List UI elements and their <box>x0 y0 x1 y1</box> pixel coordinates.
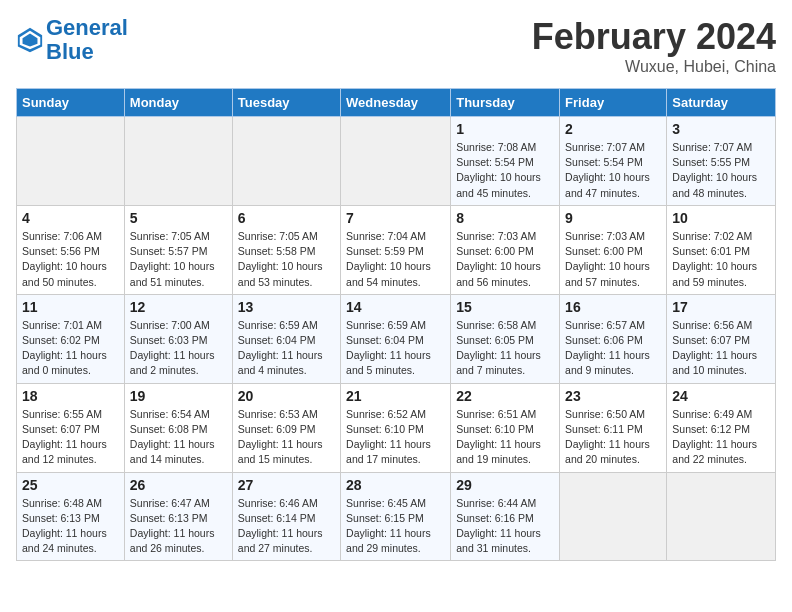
day-info: Sunrise: 7:07 AM Sunset: 5:54 PM Dayligh… <box>565 140 661 201</box>
day-info: Sunrise: 6:44 AM Sunset: 6:16 PM Dayligh… <box>456 496 554 557</box>
calendar-cell: 12Sunrise: 7:00 AM Sunset: 6:03 PM Dayli… <box>124 294 232 383</box>
calendar-table: SundayMondayTuesdayWednesdayThursdayFrid… <box>16 88 776 561</box>
calendar-cell <box>667 472 776 561</box>
day-info: Sunrise: 6:46 AM Sunset: 6:14 PM Dayligh… <box>238 496 335 557</box>
day-number: 20 <box>238 388 335 404</box>
day-number: 17 <box>672 299 770 315</box>
calendar-cell: 29Sunrise: 6:44 AM Sunset: 6:16 PM Dayli… <box>451 472 560 561</box>
calendar-cell: 1Sunrise: 7:08 AM Sunset: 5:54 PM Daylig… <box>451 117 560 206</box>
calendar-cell: 9Sunrise: 7:03 AM Sunset: 6:00 PM Daylig… <box>560 205 667 294</box>
day-number: 25 <box>22 477 119 493</box>
page-header: GeneralBlue February 2024 Wuxue, Hubei, … <box>16 16 776 76</box>
day-info: Sunrise: 6:57 AM Sunset: 6:06 PM Dayligh… <box>565 318 661 379</box>
day-number: 27 <box>238 477 335 493</box>
day-info: Sunrise: 6:52 AM Sunset: 6:10 PM Dayligh… <box>346 407 445 468</box>
day-number: 1 <box>456 121 554 137</box>
calendar-week-1: 1Sunrise: 7:08 AM Sunset: 5:54 PM Daylig… <box>17 117 776 206</box>
day-number: 5 <box>130 210 227 226</box>
day-info: Sunrise: 7:04 AM Sunset: 5:59 PM Dayligh… <box>346 229 445 290</box>
calendar-header: SundayMondayTuesdayWednesdayThursdayFrid… <box>17 89 776 117</box>
day-info: Sunrise: 6:55 AM Sunset: 6:07 PM Dayligh… <box>22 407 119 468</box>
calendar-cell: 19Sunrise: 6:54 AM Sunset: 6:08 PM Dayli… <box>124 383 232 472</box>
weekday-sunday: Sunday <box>17 89 125 117</box>
day-number: 10 <box>672 210 770 226</box>
calendar-cell: 7Sunrise: 7:04 AM Sunset: 5:59 PM Daylig… <box>341 205 451 294</box>
calendar-cell: 17Sunrise: 6:56 AM Sunset: 6:07 PM Dayli… <box>667 294 776 383</box>
calendar-cell <box>17 117 125 206</box>
day-number: 22 <box>456 388 554 404</box>
calendar-cell <box>232 117 340 206</box>
day-info: Sunrise: 6:58 AM Sunset: 6:05 PM Dayligh… <box>456 318 554 379</box>
day-info: Sunrise: 7:03 AM Sunset: 6:00 PM Dayligh… <box>456 229 554 290</box>
calendar-title: February 2024 <box>532 16 776 58</box>
day-number: 3 <box>672 121 770 137</box>
logo-text: GeneralBlue <box>46 16 128 64</box>
day-number: 23 <box>565 388 661 404</box>
day-number: 2 <box>565 121 661 137</box>
calendar-cell: 5Sunrise: 7:05 AM Sunset: 5:57 PM Daylig… <box>124 205 232 294</box>
day-number: 14 <box>346 299 445 315</box>
calendar-location: Wuxue, Hubei, China <box>532 58 776 76</box>
weekday-wednesday: Wednesday <box>341 89 451 117</box>
day-number: 19 <box>130 388 227 404</box>
calendar-cell: 21Sunrise: 6:52 AM Sunset: 6:10 PM Dayli… <box>341 383 451 472</box>
calendar-cell: 27Sunrise: 6:46 AM Sunset: 6:14 PM Dayli… <box>232 472 340 561</box>
day-number: 8 <box>456 210 554 226</box>
day-info: Sunrise: 6:53 AM Sunset: 6:09 PM Dayligh… <box>238 407 335 468</box>
day-number: 29 <box>456 477 554 493</box>
day-number: 7 <box>346 210 445 226</box>
logo-icon <box>16 26 44 54</box>
calendar-cell <box>560 472 667 561</box>
calendar-cell: 11Sunrise: 7:01 AM Sunset: 6:02 PM Dayli… <box>17 294 125 383</box>
day-info: Sunrise: 6:48 AM Sunset: 6:13 PM Dayligh… <box>22 496 119 557</box>
day-info: Sunrise: 7:07 AM Sunset: 5:55 PM Dayligh… <box>672 140 770 201</box>
day-info: Sunrise: 6:59 AM Sunset: 6:04 PM Dayligh… <box>346 318 445 379</box>
day-info: Sunrise: 6:49 AM Sunset: 6:12 PM Dayligh… <box>672 407 770 468</box>
day-number: 15 <box>456 299 554 315</box>
day-number: 11 <box>22 299 119 315</box>
day-info: Sunrise: 7:05 AM Sunset: 5:57 PM Dayligh… <box>130 229 227 290</box>
calendar-week-3: 11Sunrise: 7:01 AM Sunset: 6:02 PM Dayli… <box>17 294 776 383</box>
day-number: 16 <box>565 299 661 315</box>
weekday-header-row: SundayMondayTuesdayWednesdayThursdayFrid… <box>17 89 776 117</box>
calendar-cell: 2Sunrise: 7:07 AM Sunset: 5:54 PM Daylig… <box>560 117 667 206</box>
day-number: 26 <box>130 477 227 493</box>
day-info: Sunrise: 7:05 AM Sunset: 5:58 PM Dayligh… <box>238 229 335 290</box>
calendar-cell: 6Sunrise: 7:05 AM Sunset: 5:58 PM Daylig… <box>232 205 340 294</box>
weekday-thursday: Thursday <box>451 89 560 117</box>
calendar-cell: 4Sunrise: 7:06 AM Sunset: 5:56 PM Daylig… <box>17 205 125 294</box>
calendar-cell <box>341 117 451 206</box>
calendar-cell: 10Sunrise: 7:02 AM Sunset: 6:01 PM Dayli… <box>667 205 776 294</box>
day-info: Sunrise: 7:02 AM Sunset: 6:01 PM Dayligh… <box>672 229 770 290</box>
day-info: Sunrise: 6:56 AM Sunset: 6:07 PM Dayligh… <box>672 318 770 379</box>
calendar-cell: 8Sunrise: 7:03 AM Sunset: 6:00 PM Daylig… <box>451 205 560 294</box>
day-info: Sunrise: 6:59 AM Sunset: 6:04 PM Dayligh… <box>238 318 335 379</box>
calendar-cell: 3Sunrise: 7:07 AM Sunset: 5:55 PM Daylig… <box>667 117 776 206</box>
day-info: Sunrise: 6:50 AM Sunset: 6:11 PM Dayligh… <box>565 407 661 468</box>
calendar-cell: 20Sunrise: 6:53 AM Sunset: 6:09 PM Dayli… <box>232 383 340 472</box>
calendar-week-4: 18Sunrise: 6:55 AM Sunset: 6:07 PM Dayli… <box>17 383 776 472</box>
calendar-cell: 23Sunrise: 6:50 AM Sunset: 6:11 PM Dayli… <box>560 383 667 472</box>
calendar-cell: 28Sunrise: 6:45 AM Sunset: 6:15 PM Dayli… <box>341 472 451 561</box>
day-info: Sunrise: 7:06 AM Sunset: 5:56 PM Dayligh… <box>22 229 119 290</box>
weekday-friday: Friday <box>560 89 667 117</box>
calendar-cell: 24Sunrise: 6:49 AM Sunset: 6:12 PM Dayli… <box>667 383 776 472</box>
day-info: Sunrise: 6:51 AM Sunset: 6:10 PM Dayligh… <box>456 407 554 468</box>
day-number: 13 <box>238 299 335 315</box>
calendar-cell: 16Sunrise: 6:57 AM Sunset: 6:06 PM Dayli… <box>560 294 667 383</box>
weekday-saturday: Saturday <box>667 89 776 117</box>
day-info: Sunrise: 6:45 AM Sunset: 6:15 PM Dayligh… <box>346 496 445 557</box>
day-info: Sunrise: 6:47 AM Sunset: 6:13 PM Dayligh… <box>130 496 227 557</box>
day-number: 12 <box>130 299 227 315</box>
day-info: Sunrise: 7:03 AM Sunset: 6:00 PM Dayligh… <box>565 229 661 290</box>
calendar-cell <box>124 117 232 206</box>
calendar-body: 1Sunrise: 7:08 AM Sunset: 5:54 PM Daylig… <box>17 117 776 561</box>
day-number: 21 <box>346 388 445 404</box>
calendar-cell: 13Sunrise: 6:59 AM Sunset: 6:04 PM Dayli… <box>232 294 340 383</box>
day-info: Sunrise: 6:54 AM Sunset: 6:08 PM Dayligh… <box>130 407 227 468</box>
day-number: 4 <box>22 210 119 226</box>
calendar-cell: 22Sunrise: 6:51 AM Sunset: 6:10 PM Dayli… <box>451 383 560 472</box>
day-info: Sunrise: 7:01 AM Sunset: 6:02 PM Dayligh… <box>22 318 119 379</box>
day-number: 9 <box>565 210 661 226</box>
title-block: February 2024 Wuxue, Hubei, China <box>532 16 776 76</box>
